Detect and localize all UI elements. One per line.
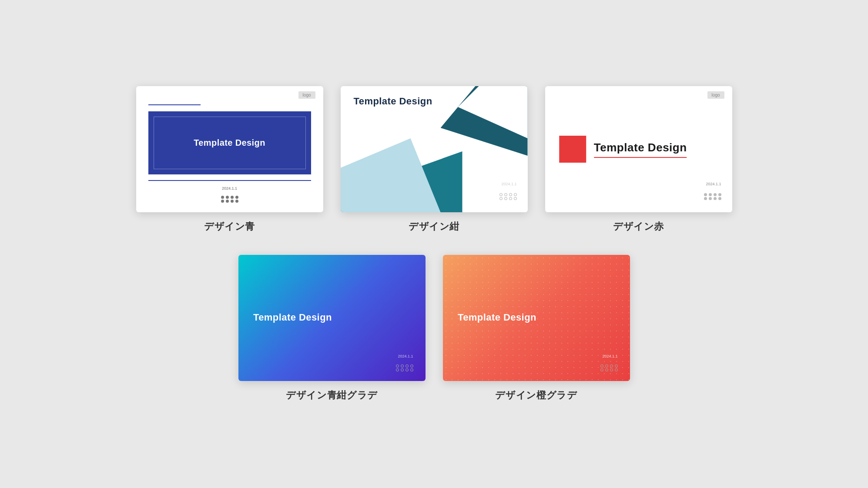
dot: [231, 196, 234, 199]
dot: [600, 364, 603, 368]
date-blue: 2024.1.1: [222, 186, 237, 191]
label-blue-grad: デザイン青紺グラデ: [286, 389, 378, 402]
dot: [226, 196, 229, 199]
dots-blue-grad: [396, 364, 413, 371]
top-line-blue: [148, 104, 201, 105]
dot: [605, 364, 608, 368]
blue-grad-title: Template Design: [253, 312, 332, 323]
bottom-row: Template Design 2024.1.1: [238, 255, 630, 402]
red-title-area: Template Design: [594, 141, 687, 158]
dot: [509, 193, 512, 196]
dot: [221, 200, 224, 203]
red-content: Template Design: [559, 136, 718, 163]
logo-blue: logo: [298, 91, 315, 99]
template-item-blue: logo Template Design 2024.1.1: [136, 86, 323, 233]
logo-red: logo: [707, 91, 724, 99]
orange-grad-title: Template Design: [458, 312, 536, 323]
red-title: Template Design: [594, 141, 687, 154]
date-red: 2024.1.1: [706, 182, 721, 186]
template-item-red: logo Template Design 2024.1.1: [545, 86, 732, 233]
template-card-blue[interactable]: logo Template Design 2024.1.1: [136, 86, 323, 212]
label-orange-grad: デザイン橙グラデ: [495, 389, 577, 402]
dot: [714, 197, 717, 200]
dot: [615, 368, 618, 371]
dot: [718, 193, 721, 196]
dot: [509, 197, 512, 200]
dot: [605, 368, 608, 371]
dot: [504, 197, 507, 200]
template-card-orange-grad[interactable]: Template Design 2024.1.1: [443, 255, 630, 381]
dot: [704, 197, 707, 200]
blue-grad-content: Template Design: [253, 312, 332, 323]
dot: [714, 193, 717, 196]
dot: [499, 193, 503, 196]
template-card-red[interactable]: logo Template Design 2024.1.1: [545, 86, 732, 212]
dot: [610, 364, 613, 368]
dots-blue: [221, 196, 238, 203]
dot: [704, 193, 707, 196]
dot: [600, 368, 603, 371]
top-row: logo Template Design 2024.1.1: [136, 86, 732, 233]
template-card-blue-grad[interactable]: Template Design 2024.1.1: [238, 255, 426, 381]
bottom-line-blue: [148, 180, 311, 181]
label-blue: デザイン青: [204, 220, 255, 233]
dot: [235, 200, 238, 203]
dot: [406, 364, 409, 368]
dot: [610, 368, 613, 371]
dot: [499, 197, 503, 200]
dot: [504, 193, 507, 196]
dot: [615, 364, 618, 368]
dots-orange-grad: [600, 364, 618, 371]
template-item-navy: Template Design 2024.1.1: [341, 86, 528, 233]
date-navy: 2024.1.1: [501, 182, 516, 186]
dot: [226, 200, 229, 203]
template-item-orange-grad: Template Design 2024.1.1: [443, 255, 630, 402]
red-underline: [594, 157, 687, 158]
dots-navy: [499, 193, 517, 200]
dot: [401, 368, 404, 371]
dot: [709, 197, 712, 200]
dot: [410, 364, 413, 368]
dot: [718, 197, 721, 200]
template-gallery: logo Template Design 2024.1.1: [136, 86, 732, 402]
dot: [221, 196, 224, 199]
date-orange-grad: 2024.1.1: [602, 354, 617, 358]
shape-lightblue: [341, 138, 441, 212]
blue-block: Template Design: [148, 111, 311, 174]
dot: [514, 197, 517, 200]
template-item-blue-grad: Template Design 2024.1.1: [238, 255, 426, 402]
dot: [396, 364, 399, 368]
navy-top-title: Template Design: [354, 96, 432, 107]
red-square: [559, 136, 586, 163]
dot: [410, 368, 413, 371]
date-blue-grad: 2024.1.1: [398, 354, 413, 358]
dots-red: [704, 193, 721, 200]
orange-grad-content: Template Design: [458, 312, 536, 323]
dot: [514, 193, 517, 196]
dot: [709, 193, 712, 196]
dot: [406, 368, 409, 371]
blue-title: Template Design: [194, 138, 265, 148]
label-navy: デザイン紺: [409, 220, 459, 233]
dot: [401, 364, 404, 368]
label-red: デザイン赤: [613, 220, 664, 233]
dot: [396, 368, 399, 371]
dot: [231, 200, 234, 203]
template-card-navy[interactable]: Template Design 2024.1.1: [341, 86, 528, 212]
dot: [235, 196, 238, 199]
